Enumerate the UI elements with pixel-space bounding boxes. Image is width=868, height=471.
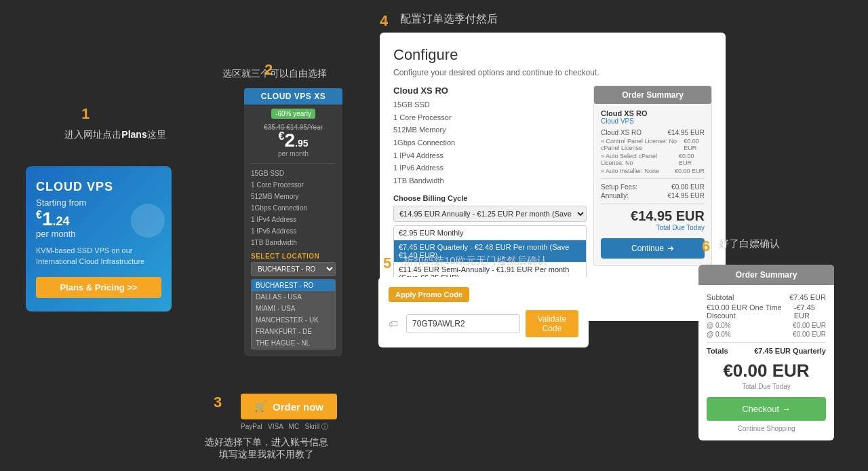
location-hague[interactable]: THE HAGUE - NL: [252, 337, 335, 349]
configure-product-name: Cloud XS RO: [393, 86, 587, 96]
order-summary-title: Order Summary: [594, 86, 711, 104]
summary-divider-2: [601, 204, 705, 204]
final-subtotal: Subtotal €7.45 EUR: [707, 293, 826, 301]
summary-annually: Annually:€14.95 EUR: [601, 192, 705, 200]
final-discount: €10.00 EUR One Time Discount -€7.45 EUR: [707, 303, 826, 320]
continue-shopping[interactable]: Continue Shopping: [707, 425, 826, 432]
step6-description: 好了白嫖确认: [719, 238, 780, 250]
location-select[interactable]: BUCHAREST - RO: [251, 262, 336, 276]
summary-setup-fees: Setup Fees:€0.00 EUR: [601, 183, 705, 191]
summary-line-4: » Auto Installer: None€0.00 EUR: [601, 168, 705, 174]
step3-number: 3: [214, 394, 222, 411]
select-location-label: SELECT LOCATION: [251, 252, 336, 260]
cloud-vps-card: CLOUD VPS Starting from €1.24 per month …: [26, 166, 172, 312]
step1-number: 1: [81, 105, 90, 123]
per-month-label: per month: [36, 229, 161, 239]
final-due-today: Total Due Today: [707, 383, 826, 390]
location-miami[interactable]: MIAMI - USA: [252, 303, 335, 314]
summary-line-3: » Auto Select cPanel License: No€0.00 EU…: [601, 153, 705, 166]
order-now-button[interactable]: 🛒 Order now: [241, 394, 337, 419]
starting-from-label: Starting from: [36, 197, 161, 208]
promo-input-row: 🏷 Validate Code: [389, 310, 578, 337]
order-now-section: 🛒 Order now PayPal VISA MC Skrill ⓘ: [241, 394, 337, 432]
card-description: KVM-based SSD VPS on our International C…: [36, 246, 161, 267]
location-dallas[interactable]: DALLAS - USA: [252, 291, 335, 303]
final-summary-panel: Order Summary Subtotal €7.45 EUR €10.00 …: [698, 265, 834, 440]
promo-input[interactable]: [406, 314, 520, 333]
final-big-price: €0.00 EUR: [707, 360, 826, 381]
billing-option-monthly[interactable]: €2.95 EUR Monthly: [394, 226, 586, 240]
validate-button[interactable]: Validate Code: [526, 310, 578, 337]
card-title: CLOUD VPS: [36, 180, 161, 194]
summary-product-type: Cloud VPS: [601, 117, 705, 125]
final-summary-title: Order Summary: [698, 265, 834, 285]
billing-cycle-select[interactable]: €14.95 EUR Annually - €1.25 EUR Per mont…: [393, 206, 587, 222]
final-line2: @ 0.0% €0.00 EUR: [707, 331, 826, 338]
summary-divider: [601, 178, 705, 179]
location-list: BUCHAREST - RO DALLAS - USA MIAMI - USA …: [251, 279, 336, 350]
summary-due-today: Total Due Today: [601, 224, 705, 231]
step6-number: 6: [702, 238, 710, 255]
step5-description: 折扣码选10欧元无门槛然后确认: [403, 255, 547, 267]
billing-cycle-label: Choose Billing Cycle: [393, 194, 587, 202]
sale-badge: -60% yearly: [271, 109, 315, 119]
configure-title: Configure: [393, 46, 712, 64]
order-summary-box: Order Summary Cloud XS RO Cloud VPS Clou…: [593, 86, 712, 266]
payment-icons: PayPal VISA MC Skrill ⓘ: [241, 422, 337, 432]
summary-big-price: €14.95 EUR: [601, 208, 705, 224]
configure-subtitle: Configure your desired options and conti…: [393, 68, 712, 77]
panel-specs: 15GB SSD 1 Core Processor 512MB Memory 1…: [251, 163, 336, 248]
promo-label: Apply Promo Code: [389, 287, 469, 302]
location-manchester[interactable]: MANCHESTER - UK: [252, 314, 335, 326]
final-totals: Totals €7.45 EUR Quarterly: [707, 347, 826, 355]
step4-description: 配置订单选季付然后: [400, 12, 498, 26]
plans-pricing-button[interactable]: Plans & Pricing >>: [36, 277, 161, 298]
location-frankfurt[interactable]: FRANKFURT - DE: [252, 326, 335, 337]
vps-panel-title: CLOUD VPS XS: [244, 88, 342, 105]
step4-number: 4: [380, 12, 388, 30]
step1-description: 进入网址点击Plans这里: [44, 126, 186, 141]
panel-per-month: per month: [251, 150, 336, 157]
promo-panel: Apply Promo Code 🏷 Validate Code: [378, 277, 589, 347]
tag-icon: 🏷: [389, 318, 398, 329]
final-line1: @ 0.0% €0.00 EUR: [707, 322, 826, 329]
summary-product-name: Cloud XS RO: [601, 109, 705, 117]
final-divider: [707, 342, 826, 343]
summary-line-2: » Control Panel License: No cPanel Licen…: [601, 138, 705, 151]
vps-panel: CLOUD VPS XS -60% yearly €35.40 €14.95/Y…: [244, 88, 342, 356]
continue-button[interactable]: Continue ➔: [601, 238, 705, 259]
step5-number: 5: [383, 255, 391, 272]
step2-description: 选区就三个可以自由选择: [207, 64, 342, 80]
configure-specs: 15GB SSD 1 Core Processor 512MB Memory 1…: [393, 98, 587, 187]
checkout-button[interactable]: Checkout →: [707, 397, 826, 421]
step3-description: 选好选择下单，进入账号信息 填写这里我就不用教了: [189, 433, 344, 461]
location-bucharest[interactable]: BUCHAREST - RO: [252, 280, 335, 291]
panel-price: €2.95: [251, 131, 336, 150]
summary-line-1: Cloud XS RO€14.95 EUR: [601, 129, 705, 136]
